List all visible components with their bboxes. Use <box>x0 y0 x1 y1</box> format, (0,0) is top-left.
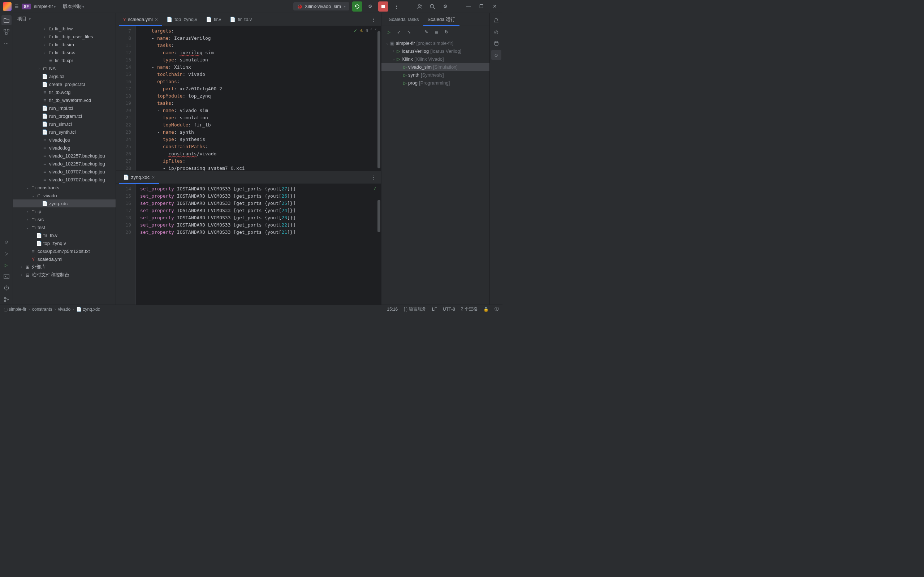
breadcrumb-item[interactable]: 📄 zynq.xdc <box>76 307 100 312</box>
tree-item[interactable]: ≡vivado.jou <box>13 136 116 144</box>
code-with-me-icon[interactable] <box>414 2 425 11</box>
scaleda-icon[interactable]: ◎ <box>491 27 501 37</box>
tree-item[interactable]: 📄args.tcl <box>13 72 116 80</box>
tree-item[interactable]: ›🗀fir_tb.srcs <box>13 48 116 56</box>
vcs-menu[interactable]: 版本控制▾ <box>63 3 84 10</box>
task-item[interactable]: ▷synth [Synthesis] <box>382 71 489 79</box>
tree-item[interactable]: ›⊞外部库 <box>13 263 116 271</box>
tab-more-icon[interactable]: ⋮ <box>368 15 378 24</box>
tool-icon-1[interactable]: ☺ <box>2 237 11 247</box>
minimize-button[interactable]: — <box>464 2 473 11</box>
tree-item[interactable]: ›🗀fir_tb.sim <box>13 40 116 48</box>
debug-button[interactable]: ⚙ <box>365 2 375 11</box>
git-tool-icon[interactable] <box>2 295 11 305</box>
collapse-icon[interactable]: ⤡ <box>404 27 413 36</box>
editor-content[interactable]: targets: - name: IcarusVerilog tasks: - … <box>136 26 381 171</box>
tab-scaleda-run[interactable]: Scaleda 运行 <box>423 13 460 26</box>
tree-item[interactable]: ≡vivado_102257.backup.jou <box>13 152 116 160</box>
editor-tab[interactable]: 📄fir_tb.v <box>225 13 256 26</box>
tree-item[interactable]: ≡vivado_109707.backup.log <box>13 176 116 184</box>
project-menu[interactable]: simple-fir▾ <box>34 3 56 9</box>
run-config-selector[interactable]: 🐞 Xilinx-vivado_sim ▾ <box>293 2 349 10</box>
main-menu-icon[interactable]: ☰ <box>14 3 19 9</box>
scrollbar[interactable] <box>377 27 380 169</box>
editor-content[interactable]: set_property IOSTANDARD LVCMOS33 [get_po… <box>136 184 381 305</box>
tree-item[interactable]: 📄run_program.tcl <box>13 112 116 120</box>
problems-tool-icon[interactable] <box>2 283 11 293</box>
search-icon[interactable] <box>427 2 438 11</box>
terminal-tool-icon[interactable] <box>2 271 11 282</box>
tree-item[interactable]: ›🗀src <box>13 215 116 223</box>
tree-item[interactable]: ≡fir_tb.xpr <box>13 56 116 64</box>
close-button[interactable]: ✕ <box>489 2 499 11</box>
editor-tab[interactable]: Yscaleda.yml× <box>119 13 162 26</box>
status-encoding[interactable]: UTF-8 <box>443 307 455 312</box>
expand-icon[interactable]: ⤢ <box>394 27 403 36</box>
status-lang[interactable]: { } 语言服务 <box>404 306 426 312</box>
lock-icon[interactable]: 🔒 <box>483 307 489 312</box>
tab-more-icon[interactable]: ⋮ <box>368 172 378 182</box>
tree-item[interactable]: ≡vivado_102257.backup.log <box>13 160 116 168</box>
notifications-icon[interactable] <box>491 15 501 25</box>
tree-item[interactable]: ⌄🗀vivado <box>13 192 116 200</box>
tree-item[interactable]: ≡fir_tb_waveform.vcd <box>13 96 116 104</box>
tree-item[interactable]: 📄run_impl.tcl <box>13 104 116 112</box>
breadcrumbs[interactable]: ▢ simple-fir›constrants›vivado›📄 zynq.xd… <box>3 307 100 312</box>
tree-item[interactable]: ≡fir_tb.wcfg <box>13 88 116 96</box>
run-button[interactable] <box>352 2 362 11</box>
info-icon[interactable]: ⓘ <box>494 306 499 312</box>
status-time[interactable]: 15:16 <box>387 307 398 312</box>
tree-item[interactable]: ⌄🗀constrants <box>13 184 116 192</box>
refresh-icon[interactable]: ↻ <box>442 27 451 36</box>
close-icon[interactable]: × <box>155 17 158 23</box>
project-tree[interactable]: ›🗀fir_tb.hw›🗀fir_tb.ip_user_files›🗀fir_t… <box>13 24 116 305</box>
edit-icon[interactable]: ✎ <box>422 27 431 36</box>
stop-button[interactable] <box>378 2 388 11</box>
editor-bottom-pane[interactable]: 14151617181920 set_property IOSTANDARD L… <box>116 184 381 305</box>
more-tools-icon[interactable]: ⋯ <box>2 38 11 48</box>
task-item[interactable]: ⌄▣simple-fir [project simple-fir] <box>382 39 489 47</box>
tree-item[interactable]: ⌄🗀test <box>13 223 116 231</box>
editor-tab[interactable]: 📄fir.v <box>201 13 225 26</box>
database-icon[interactable] <box>491 38 501 48</box>
task-item[interactable]: ›▷IcarusVerilog [Icarus Verilog] <box>382 47 489 55</box>
more-icon[interactable]: ⋮ <box>391 2 401 11</box>
chevron-up-icon[interactable]: ˄ <box>370 28 372 33</box>
tree-item[interactable]: 📄run_synth.tcl <box>13 128 116 136</box>
editor-top-pane[interactable]: 7811121314151617181920212223242526272829… <box>116 26 381 171</box>
tree-item[interactable]: ›🗀ip <box>13 207 116 215</box>
close-icon[interactable]: × <box>152 174 155 180</box>
editor-inspection-status[interactable]: ✓ ⚠ 6 ˄ ˅ <box>354 28 377 33</box>
project-tool-icon[interactable] <box>2 15 11 25</box>
tree-item[interactable]: 📄create_project.tcl <box>13 80 116 88</box>
tree-item[interactable]: ›🗀fir_tb.ip_user_files <box>13 32 116 40</box>
editor-tab[interactable]: 📄top_zynq.v <box>162 13 201 26</box>
tree-item[interactable]: 📄zynq.xdc <box>13 200 116 207</box>
chevron-down-icon[interactable]: ˅ <box>375 28 377 33</box>
breadcrumb-item[interactable]: vivado <box>58 307 71 312</box>
task-item[interactable]: ▷vivado_sim [Simulation] <box>382 63 489 71</box>
task-tree[interactable]: ⌄▣simple-fir [project simple-fir]›▷Icaru… <box>382 37 489 305</box>
grid-icon[interactable]: ▦ <box>432 27 441 36</box>
tree-item[interactable]: ›⊟临时文件和控制台 <box>13 271 116 279</box>
tree-item[interactable]: ›🗀fir_tb.hw <box>13 24 116 32</box>
settings-icon[interactable]: ⚙ <box>440 2 451 11</box>
breadcrumb-item[interactable]: constrants <box>32 307 52 312</box>
tree-item[interactable]: ≡cosx0p25m7p5m12bit.txt <box>13 247 116 255</box>
maximize-button[interactable]: ❐ <box>476 2 486 11</box>
breadcrumb-item[interactable]: ▢ simple-fir <box>3 307 26 312</box>
run-tool-icon[interactable]: ▷ <box>2 260 11 270</box>
tool-icon-2[interactable]: ▷ <box>2 248 11 258</box>
tree-item[interactable]: ≡vivado_109707.backup.jou <box>13 168 116 176</box>
tree-item[interactable]: 📄top_zynq.v <box>13 239 116 247</box>
scrollbar[interactable] <box>377 185 380 303</box>
structure-tool-icon[interactable] <box>2 27 11 37</box>
tree-item[interactable]: ≡vivado.log <box>13 144 116 152</box>
tree-item[interactable]: ›🗀NA <box>13 64 116 72</box>
tree-item[interactable]: 📄run_sim.tcl <box>13 120 116 128</box>
project-panel-header[interactable]: 项目▾ <box>13 13 116 24</box>
editor-inspection-status[interactable]: ✓ <box>373 186 377 191</box>
status-indent[interactable]: 2 个空格 <box>461 306 478 312</box>
run-task-icon[interactable]: ▷ <box>384 27 393 36</box>
tab-zynq-xdc[interactable]: 📄 zynq.xdc × <box>119 171 159 184</box>
